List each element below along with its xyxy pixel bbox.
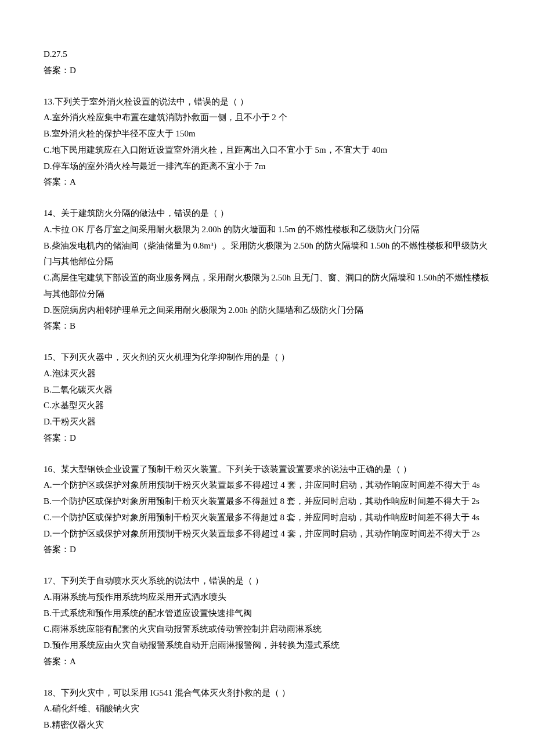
option-d: D.预作用系统应由火灾自动报警系统自动开启雨淋报警阀，并转换为湿式系统 bbox=[44, 638, 490, 654]
option-a: A.泡沫灭火器 bbox=[44, 366, 490, 382]
option-b: B.干式系统和预作用系统的配水管道应设置快速排气阀 bbox=[44, 606, 490, 622]
question-15: 15、下列灭火器中，灭火剂的灭火机理为化学抑制作用的是（ ） A.泡沫灭火器 B… bbox=[44, 350, 490, 447]
question-stem: 18、下列火灾中，可以采用 IG541 混合气体灭火剂扑救的是（ ） bbox=[44, 685, 490, 701]
question-13: 13.下列关于室外消火栓设置的说法中，错误的是（ ） A.室外消火栓应集中布置在… bbox=[44, 94, 490, 191]
answer-text: 答案：A bbox=[44, 174, 490, 190]
question-stem: 14、关于建筑防火分隔的做法中，错误的是（ ） bbox=[44, 206, 490, 222]
option-b: B.室外消火栓的保护半径不应大于 150m bbox=[44, 126, 490, 142]
option-a: A.硝化纤维、硝酸钠火灾 bbox=[44, 701, 490, 717]
question-18: 18、下列火灾中，可以采用 IG541 混合气体灭火剂扑救的是（ ） A.硝化纤… bbox=[44, 685, 490, 733]
option-a: A.一个防护区或保护对象所用预制干粉灭火装置最多不得超过 4 套，并应同时启动，… bbox=[44, 477, 490, 494]
option-c: C.水基型灭火器 bbox=[44, 398, 490, 414]
question-stem: 16、某大型钢铁企业设置了预制干粉灭火装置。下列关于该装置设置要求的说法中正确的… bbox=[44, 462, 490, 478]
option-d: D.一个防护区或保护对象所用预制干粉灭火装置最多不得超过 4 套，并应同时启动，… bbox=[44, 526, 490, 542]
option-c: C.高层住宅建筑下部设置的商业服务网点，采用耐火极限为 2.50h 且无门、窗、… bbox=[44, 270, 490, 303]
answer-text: 答案：D bbox=[44, 542, 490, 558]
option-c: C.地下民用建筑应在入口附近设置室外消火栓，且距离出入口不宜小于 5m，不宜大于… bbox=[44, 142, 490, 159]
option-d: D.干粉灭火器 bbox=[44, 414, 490, 430]
question-stem: 13.下列关于室外消火栓设置的说法中，错误的是（ ） bbox=[44, 94, 490, 110]
option-d: D.27.5 bbox=[44, 46, 490, 63]
option-b: B.精密仪器火灾 bbox=[44, 717, 490, 733]
question-stem: 15、下列灭火器中，灭火剂的灭火机理为化学抑制作用的是（ ） bbox=[44, 350, 490, 366]
question-16: 16、某大型钢铁企业设置了预制干粉灭火装置。下列关于该装置设置要求的说法中正确的… bbox=[44, 462, 490, 559]
answer-text: 答案：B bbox=[44, 318, 490, 334]
option-d: D.医院病房内相邻护理单元之间采用耐火极限为 2.00h 的防火隔墙和乙级防火门… bbox=[44, 303, 490, 319]
question-17: 17、下列关于自动喷水灭火系统的说法中，错误的是（ ） A.雨淋系统与预作用系统… bbox=[44, 573, 490, 670]
option-d: D.停车场的室外消火栓与最近一排汽车的距离不宜小于 7m bbox=[44, 159, 490, 175]
question-stem: 17、下列关于自动喷水灭火系统的说法中，错误的是（ ） bbox=[44, 573, 490, 589]
answer-text: 答案：A bbox=[44, 654, 490, 670]
option-b: B.二氧化碳灭火器 bbox=[44, 382, 490, 398]
question-12-tail: D.27.5 答案：D bbox=[44, 46, 490, 79]
option-a: A.卡拉 OK 厅各厅室之间采用耐火极限为 2.00h 的防火墙面和 1.5m … bbox=[44, 222, 490, 238]
option-c: C.一个防护区或保护对象所用预制干粉灭火装置最多不得超过 8 套，并应同时启动，… bbox=[44, 510, 490, 526]
answer-text: 答案：D bbox=[44, 63, 490, 79]
option-c: C.雨淋系统应能有配套的火灾自动报警系统或传动管控制并启动雨淋系统 bbox=[44, 621, 490, 638]
question-14: 14、关于建筑防火分隔的做法中，错误的是（ ） A.卡拉 OK 厅各厅室之间采用… bbox=[44, 206, 490, 334]
answer-text: 答案：D bbox=[44, 430, 490, 447]
option-a: A.室外消火栓应集中布置在建筑消防扑救面一侧，且不小于 2 个 bbox=[44, 110, 490, 126]
option-b: B.一个防护区或保护对象所用预制干粉灭火装置最多不得超过 8 套，并应同时启动，… bbox=[44, 494, 490, 510]
option-a: A.雨淋系统与预作用系统均应采用开式洒水喷头 bbox=[44, 589, 490, 606]
option-b: B.柴油发电机内的储油间（柴油储量为 0.8m³）。采用防火极限为 2.50h … bbox=[44, 238, 490, 271]
